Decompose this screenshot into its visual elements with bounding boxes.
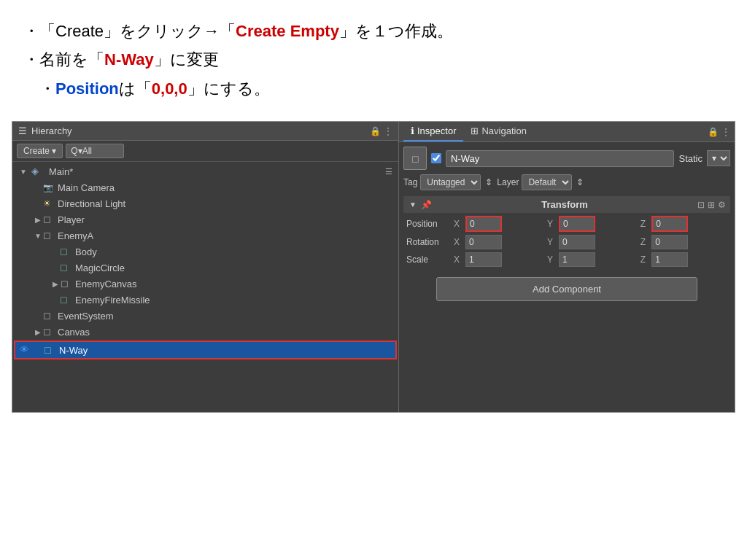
navigation-tab-icon: ⊞: [471, 125, 479, 136]
item-label-directional-light: Directional Light: [58, 198, 125, 209]
object-name-input[interactable]: [446, 150, 674, 167]
scale-y-input[interactable]: [559, 252, 595, 267]
static-label: Static: [678, 153, 703, 164]
inspector-menu-icon[interactable]: ⋮: [721, 127, 730, 137]
item-label-enemy-a: EnemyA: [58, 230, 93, 241]
lock-icon[interactable]: 🔒: [370, 126, 381, 136]
transform-arrow: [408, 201, 418, 209]
position-y-input[interactable]: [559, 216, 595, 232]
hierarchy-item-enemy-a[interactable]: EnemyA: [12, 228, 398, 244]
hierarchy-title-area: ☰ Hierarchy: [18, 125, 72, 136]
camera-icon: [43, 182, 55, 193]
hierarchy-title: Hierarchy: [31, 125, 72, 136]
transform-component-icons: ⊡ ⊞ ⚙: [697, 200, 726, 210]
scene-root-item[interactable]: Main* ☰: [12, 163, 398, 179]
instruction-line1: ・「Create」をクリック→「Create Empty」を１つ作成。: [23, 18, 724, 44]
hierarchy-item-directional-light[interactable]: Directional Light: [12, 195, 398, 211]
position-z-label: Z: [638, 214, 649, 233]
position-value-highlight: 0,0,0: [152, 79, 187, 98]
navigation-tab-label: Navigation: [481, 125, 526, 136]
instruction-line3: ・Positionは「0,0,0」にする。: [23, 75, 724, 102]
inspector-lock-icon[interactable]: 🔒: [708, 127, 719, 137]
hierarchy-item-player[interactable]: Player: [12, 211, 398, 228]
scale-y-label: Y: [544, 251, 556, 268]
scale-row: Scale X Y Z: [403, 251, 730, 268]
instructions-area: ・「Create」をクリック→「Create Empty」を１つ作成。 ・名前を…: [0, 0, 747, 115]
create-button[interactable]: Create ▾: [17, 144, 63, 158]
hierarchy-item-n-way[interactable]: 👁 N-Way: [14, 341, 397, 359]
scale-label: Scale: [403, 251, 451, 268]
inspector-tab-icon: ℹ: [411, 125, 414, 136]
scene-arrow: [18, 168, 28, 176]
hierarchy-content: Main* ☰ Main Camera Directional Light P: [12, 162, 398, 412]
scale-z-label: Z: [638, 251, 649, 268]
transform-grid-icon[interactable]: ⊞: [708, 200, 715, 210]
position-highlight-text: Position: [55, 79, 119, 98]
object-thumbnail: ◻: [403, 147, 427, 170]
transform-settings-icon[interactable]: ⚙: [718, 200, 726, 210]
transform-preview-icon[interactable]: ⊡: [697, 200, 705, 210]
hierarchy-search[interactable]: [66, 144, 124, 158]
position-x-input[interactable]: [465, 216, 502, 232]
add-component-button[interactable]: Add Component: [436, 277, 697, 301]
transform-component-header: 📌 Transform ⊡ ⊞ ⚙: [403, 196, 730, 213]
position-row: Position X Y Z: [403, 214, 730, 233]
canvas-icon: [43, 326, 55, 338]
item-label-enemy-fire-missile: EnemyFireMissile: [75, 295, 150, 306]
arrow-player: [33, 216, 43, 224]
tab-inspector[interactable]: ℹ Inspector: [403, 122, 463, 141]
instruction-line2: ・名前を「N-Way」に変更: [23, 46, 724, 73]
scale-x-input[interactable]: [465, 252, 502, 267]
layer-select[interactable]: Default: [522, 174, 572, 190]
item-label-body: Body: [75, 246, 97, 257]
hierarchy-item-main-camera[interactable]: Main Camera: [12, 179, 398, 195]
arrow-enemy-canvas: [50, 280, 61, 288]
position-x-label: X: [451, 214, 462, 233]
rotation-y-input[interactable]: [559, 235, 595, 249]
position-z-input[interactable]: [651, 216, 688, 232]
rotation-z-input[interactable]: [651, 235, 688, 249]
hierarchy-item-canvas[interactable]: Canvas: [12, 324, 398, 340]
tag-select[interactable]: Untagged: [420, 174, 481, 190]
light-icon: [43, 198, 55, 209]
rotation-x-input[interactable]: [465, 235, 502, 249]
item-label-magic-circle: MagicCircle: [75, 262, 125, 273]
item-label-player: Player: [58, 214, 85, 225]
position-x-cell: [462, 214, 544, 233]
object-active-checkbox[interactable]: [431, 153, 441, 163]
hierarchy-item-enemy-fire-missile[interactable]: EnemyFireMissile: [12, 292, 398, 308]
rotation-label: Rotation: [403, 233, 451, 251]
hierarchy-header: ☰ Hierarchy 🔒 ⋮: [12, 122, 398, 141]
create-empty-highlight: Create Empty: [236, 22, 339, 40]
menu-icon[interactable]: ⋮: [384, 126, 392, 136]
hierarchy-panel: ☰ Hierarchy 🔒 ⋮ Create ▾ Main* ☰: [12, 122, 399, 412]
inspector-content: ◻ Static ▾ Tag Untagged ⇕ Layer Default: [399, 142, 735, 412]
hierarchy-toolbar: Create ▾: [12, 141, 398, 162]
hierarchy-item-body[interactable]: Body: [12, 244, 398, 260]
arrow-enemy-a: [33, 232, 43, 240]
event-system-icon: [43, 310, 55, 322]
transform-table: Position X Y Z Rotation: [403, 214, 730, 268]
scene-name: Main*: [49, 166, 73, 177]
scale-y-cell: [556, 251, 638, 268]
hierarchy-item-magic-circle[interactable]: MagicCircle: [12, 260, 398, 276]
scale-z-cell: [649, 251, 730, 268]
hierarchy-item-enemy-canvas[interactable]: EnemyCanvas: [12, 276, 398, 292]
n-way-cube-icon: [44, 344, 56, 356]
position-label: Position: [403, 214, 451, 233]
rotation-z-cell: [649, 233, 730, 251]
tag-layer-row: Tag Untagged ⇕ Layer Default ⇕: [403, 174, 730, 190]
item-label-main-camera: Main Camera: [58, 182, 115, 193]
rotation-y-label: Y: [544, 233, 556, 251]
inspector-panel: ℹ Inspector ⊞ Navigation 🔒 ⋮ ◻ Static ▾: [399, 122, 735, 412]
unity-ui-area: ☰ Hierarchy 🔒 ⋮ Create ▾ Main* ☰: [12, 121, 735, 413]
hierarchy-item-event-system[interactable]: EventSystem: [12, 308, 398, 324]
static-dropdown[interactable]: ▾: [707, 150, 730, 166]
scale-z-input[interactable]: [651, 252, 688, 267]
scene-icon: [31, 166, 43, 177]
rotation-z-label: Z: [638, 233, 649, 251]
scene-menu-icon[interactable]: ☰: [385, 167, 392, 176]
rotation-x-cell: [462, 233, 544, 251]
tab-navigation[interactable]: ⊞ Navigation: [463, 122, 533, 141]
rotation-x-label: X: [451, 233, 462, 251]
